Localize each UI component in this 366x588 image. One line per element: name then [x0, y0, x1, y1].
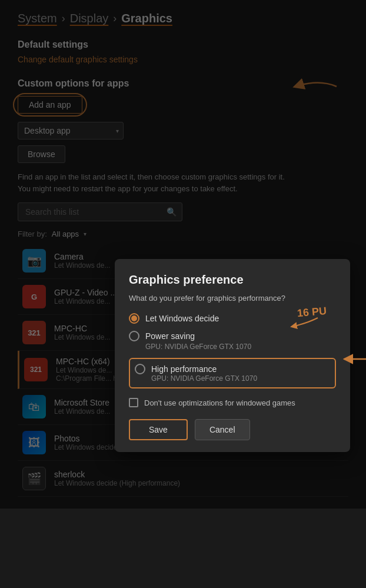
checkbox-windowed-games-label: Don't use optimizations for windowed gam… [144, 398, 295, 407]
radio-circle-windows-decide [129, 313, 139, 324]
checkbox-windowed-games[interactable] [129, 398, 138, 407]
modal-title: Graphics preference [129, 273, 336, 287]
radio-label-power-saving: Power saving [145, 331, 195, 341]
radio-sub-power-saving: GPU: NVIDIA GeForce GTX 1070 [129, 343, 336, 351]
save-button[interactable]: Save [129, 419, 188, 440]
checkbox-row[interactable]: Don't use optimizations for windowed gam… [129, 398, 336, 407]
radio-label-windows-decide: Let Windows decide [145, 314, 219, 323]
arrow-annotation-16pv [288, 315, 324, 333]
radio-option-power-saving[interactable]: Power saving GPU: NVIDIA GeForce GTX 107… [129, 331, 336, 351]
graphics-preference-modal: Graphics preference What do you prefer f… [115, 259, 350, 452]
radio-option-high-perf[interactable]: High performance GPU: NVIDIA GeForce GTX… [129, 358, 336, 388]
radio-group: Let Windows decide Power saving GPU: NVI… [129, 313, 336, 388]
modal-subtitle: What do you prefer for graphics performa… [129, 294, 336, 303]
radio-circle-power-saving [129, 331, 139, 341]
radio-sub-high-perf: GPU: NVIDIA GeForce GTX 1070 [135, 374, 329, 383]
radio-circle-high-perf [135, 364, 145, 374]
radio-label-high-perf: High performance [151, 364, 217, 374]
cancel-button[interactable]: Cancel [195, 419, 250, 440]
modal-footer: Save Cancel [129, 419, 336, 440]
